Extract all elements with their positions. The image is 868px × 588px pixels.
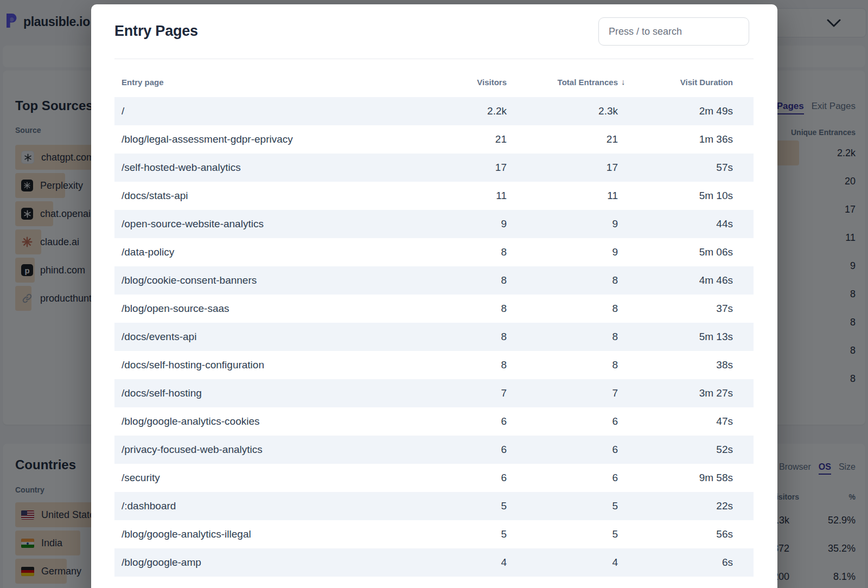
entry-page-path: /blog/google-analytics-illegal: [122, 528, 404, 540]
column-header-entry-page: Entry page: [122, 78, 404, 87]
visit-duration-value: 38s: [618, 359, 733, 371]
entry-page-path: /docs/self-hosting-configuration: [122, 359, 404, 371]
entry-page-path: /blog/legal-assessment-gdpr-eprivacy: [122, 133, 404, 145]
visitors-value: 6: [404, 416, 507, 427]
total-entrances-value: 2.3k: [507, 105, 618, 117]
modal-title: Entry Pages: [114, 23, 198, 40]
total-entrances-value: 9: [507, 246, 618, 258]
entry-page-path: /docs/events-api: [122, 331, 404, 343]
search-input[interactable]: [598, 17, 749, 46]
visit-duration-value: 52s: [618, 444, 733, 456]
total-entrances-value: 6: [507, 416, 618, 427]
entry-page-path: /docs/self-hosting: [122, 387, 404, 399]
visitors-value: 9: [404, 218, 507, 230]
visit-duration-value: 37s: [618, 303, 733, 315]
total-entrances-value: 9: [507, 218, 618, 230]
visit-duration-value: 9m 58s: [618, 472, 733, 484]
entry-page-path: /data-policy: [122, 246, 404, 258]
total-entrances-value: 11: [507, 190, 618, 202]
table-row[interactable]: /open-source-website-analytics 9 9 44s: [114, 210, 754, 238]
table-row[interactable]: /blog/google-analytics-cookies 6 6 47s: [114, 407, 754, 436]
total-entrances-value: 17: [507, 162, 618, 174]
visitors-value: 8: [404, 359, 507, 371]
entry-page-path: /self-hosted-web-analytics: [122, 162, 404, 174]
entry-page-path: /:dashboard: [122, 500, 404, 512]
visit-duration-value: 4m 46s: [618, 274, 733, 286]
total-entrances-value: 8: [507, 274, 618, 286]
entry-page-path: /security: [122, 472, 404, 484]
visit-duration-value: 5m 06s: [618, 246, 733, 258]
table-row[interactable]: / 2.2k 2.3k 2m 49s: [114, 97, 754, 125]
table-row[interactable]: /:dashboard 5 5 22s: [114, 492, 754, 520]
visit-duration-value: 22s: [618, 500, 733, 512]
table-row[interactable]: /blog/google-amp 4 4 6s: [114, 548, 754, 577]
entry-page-path: /privacy-focused-web-analytics: [122, 444, 404, 456]
visitors-value: 17: [404, 162, 507, 174]
total-entrances-value: 8: [507, 359, 618, 371]
sort-descending-icon: ↓: [621, 77, 626, 86]
total-entrances-value: 5: [507, 500, 618, 512]
entry-pages-table: / 2.2k 2.3k 2m 49s /blog/legal-assessmen…: [114, 97, 754, 577]
table-row[interactable]: /blog/legal-assessment-gdpr-eprivacy 21 …: [114, 125, 754, 154]
total-entrances-value: 8: [507, 303, 618, 315]
visitors-value: 6: [404, 444, 507, 456]
table-row[interactable]: /blog/cookie-consent-banners 8 8 4m 46s: [114, 266, 754, 295]
column-header-total-entrances[interactable]: Total Entrances↓: [507, 78, 618, 87]
table-row[interactable]: /docs/stats-api 11 11 5m 10s: [114, 182, 754, 210]
total-entrances-value: 8: [507, 331, 618, 343]
table-row[interactable]: /security 6 6 9m 58s: [114, 464, 754, 492]
visitors-value: 6: [404, 472, 507, 484]
table-row[interactable]: /docs/self-hosting-configuration 8 8 38s: [114, 351, 754, 379]
visitors-value: 4: [404, 557, 507, 568]
visitors-value: 11: [404, 190, 507, 202]
table-row[interactable]: /docs/events-api 8 8 5m 13s: [114, 323, 754, 351]
table-row[interactable]: /blog/open-source-saas 8 8 37s: [114, 295, 754, 323]
visit-duration-value: 44s: [618, 218, 733, 230]
visitors-value: 5: [404, 500, 507, 512]
total-entrances-value: 4: [507, 557, 618, 568]
visit-duration-value: 2m 49s: [618, 105, 733, 117]
visitors-value: 5: [404, 528, 507, 540]
table-row[interactable]: /self-hosted-web-analytics 17 17 57s: [114, 154, 754, 182]
visit-duration-value: 5m 13s: [618, 331, 733, 343]
entry-page-path: /: [122, 105, 404, 117]
table-row[interactable]: /data-policy 8 9 5m 06s: [114, 238, 754, 266]
visitors-value: 8: [404, 246, 507, 258]
visit-duration-value: 1m 36s: [618, 133, 733, 145]
visit-duration-value: 57s: [618, 162, 733, 174]
entry-page-path: /docs/stats-api: [122, 190, 404, 202]
column-header-visit-duration[interactable]: Visit Duration: [618, 78, 733, 87]
visit-duration-value: 6s: [618, 557, 733, 568]
entry-page-path: /blog/cookie-consent-banners: [122, 274, 404, 286]
table-row[interactable]: /privacy-focused-web-analytics 6 6 52s: [114, 436, 754, 464]
visit-duration-value: 56s: [618, 528, 733, 540]
visitors-value: 8: [404, 274, 507, 286]
visitors-value: 21: [404, 133, 507, 145]
entry-page-path: /blog/google-amp: [122, 557, 404, 568]
visit-duration-value: 47s: [618, 416, 733, 427]
total-entrances-value: 21: [507, 133, 618, 145]
visitors-value: 7: [404, 387, 507, 399]
visitors-value: 8: [404, 303, 507, 315]
visit-duration-value: 3m 27s: [618, 387, 733, 399]
total-entrances-value: 6: [507, 444, 618, 456]
column-header-visitors[interactable]: Visitors: [404, 78, 507, 87]
entry-page-path: /open-source-website-analytics: [122, 218, 404, 230]
table-row[interactable]: /blog/google-analytics-illegal 5 5 56s: [114, 520, 754, 548]
visit-duration-value: 5m 10s: [618, 190, 733, 202]
total-entrances-value: 7: [507, 387, 618, 399]
table-row[interactable]: /docs/self-hosting 7 7 3m 27s: [114, 379, 754, 407]
total-entrances-value: 5: [507, 528, 618, 540]
visitors-value: 2.2k: [404, 105, 507, 117]
entry-pages-modal: Entry Pages Entry page Visitors Total En…: [91, 4, 777, 588]
entry-page-path: /blog/open-source-saas: [122, 303, 404, 315]
total-entrances-label: Total Entrances: [558, 78, 618, 87]
total-entrances-value: 6: [507, 472, 618, 484]
table-header-row: Entry page Visitors Total Entrances↓ Vis…: [114, 59, 754, 97]
entry-page-path: /blog/google-analytics-cookies: [122, 416, 404, 427]
visitors-value: 8: [404, 331, 507, 343]
